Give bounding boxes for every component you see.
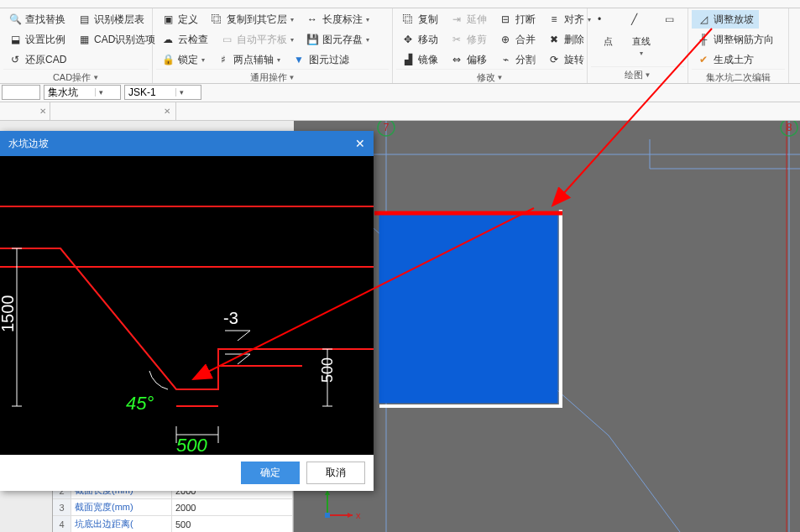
split-button[interactable]: ⌁分割 [494, 50, 541, 69]
copy-icon: ⿻ [210, 13, 223, 26]
svg-text:500: 500 [176, 435, 207, 455]
chevron-down-icon: ▼ [497, 74, 504, 81]
group-label-cad[interactable]: CAD操作▼ [3, 69, 149, 86]
rebar-icon: ╫ [697, 33, 710, 46]
svg-text:500: 500 [319, 357, 336, 383]
mirror-icon: ▟ [401, 53, 415, 66]
restore-cad-button[interactable]: ↺还原CAD [3, 50, 71, 69]
chevron-down-icon: ▾ [640, 50, 643, 57]
ribbon-group-sump: ◿调整放坡 ╫调整钢筋方向 ✔生成土方 集水坑二次编辑 [688, 8, 789, 83]
rotate-icon: ⟳ [547, 53, 561, 66]
tab-strip: ✕ ✕ [0, 102, 800, 121]
filter-icon: ▼ [292, 53, 306, 66]
extend-icon: ⇥ [450, 13, 463, 26]
rect-button[interactable]: ▭ [658, 10, 692, 66]
earthwork-button[interactable]: ✔生成土方 [692, 50, 759, 69]
aux-axis-button[interactable]: ♯两点辅轴▾ [212, 50, 285, 69]
dimension-icon: ↔ [306, 13, 319, 26]
adjust-slope-button[interactable]: ◿调整放坡 [692, 10, 759, 29]
copy-layer-button[interactable]: ⿻复制到其它层▾ [205, 10, 299, 29]
copy-icon: ⿻ [401, 13, 415, 26]
slope-icon: ◿ [697, 13, 710, 26]
row-name: 截面宽度(mm) [71, 499, 172, 515]
offset-icon: ⇔ [450, 53, 463, 66]
save-icon: 💾 [306, 33, 319, 46]
axis-icon: ♯ [217, 53, 230, 66]
trim-icon: ✂ [450, 33, 463, 46]
auto-level-button: ▭自动平齐板▾ [215, 30, 299, 49]
dialog-title-text: 水坑边坡 [8, 137, 49, 151]
group-label-modify[interactable]: 修改▼ [396, 69, 583, 86]
point-icon: • [598, 13, 618, 34]
svg-rect-15 [325, 513, 330, 518]
lock-icon: 🔒 [161, 53, 175, 66]
svg-marker-12 [348, 513, 353, 518]
cad-options-button[interactable]: ▦CAD识别选项 [72, 30, 160, 49]
level-icon: ▭ [220, 33, 233, 46]
combo-3-input[interactable] [125, 86, 175, 98]
table-row[interactable]: 4 坑底出边距离( 500 [53, 516, 293, 532]
ribbon-group-modify: ⿻复制 ⇥延伸 ⊟打断 ≡对齐▾ ✥移动 ✂修剪 ⊕合并 ✖删除 ▟镜像 ⇔偏移… [393, 8, 588, 83]
mirror-button[interactable]: ▟镜像 [396, 50, 443, 69]
ribbon-group-cad: 🔍查找替换 ▤识别楼层表 ⬓设置比例 ▦CAD识别选项 ↺还原CAD CAD操作… [0, 8, 153, 83]
search-icon: 🔍 [8, 13, 22, 26]
tab-close-2[interactable]: ✕ [164, 107, 170, 116]
tab-2[interactable]: ✕ [50, 102, 176, 120]
row-value[interactable]: 500 [172, 516, 293, 532]
lock-button[interactable]: 🔒锁定▾ [156, 50, 210, 69]
set-scale-button[interactable]: ⬓设置比例 [3, 30, 71, 49]
combo-2[interactable]: ▾ [44, 85, 121, 100]
break-button[interactable]: ⊟打断 [494, 10, 541, 29]
chevron-down-icon[interactable]: ▾ [95, 88, 107, 96]
cancel-button[interactable]: 取消 [306, 462, 365, 484]
group-label-draw[interactable]: 绘图▼ [591, 66, 684, 83]
restore-icon: ↺ [8, 53, 22, 66]
dialog-titlebar[interactable]: 水坑边坡 ✕ [0, 131, 374, 156]
define-icon: ▣ [161, 13, 175, 26]
point-button[interactable]: • 点 [591, 10, 625, 66]
rotate-button[interactable]: ⟳旋转 [542, 50, 589, 69]
row-name: 坑底出边距离( [71, 516, 172, 532]
group-label-general[interactable]: 通用操作▼ [156, 69, 389, 86]
slope-dialog: 水坑边坡 ✕ [0, 131, 374, 491]
layer-table-button[interactable]: ▤识别楼层表 [72, 10, 149, 29]
merge-button[interactable]: ⊕合并 [494, 30, 541, 49]
chevron-down-icon[interactable]: ▾ [175, 88, 187, 96]
extend-button: ⇥延伸 [445, 10, 492, 29]
element-save-button[interactable]: 💾图元存盘▾ [301, 30, 374, 49]
svg-text:x: x [356, 510, 361, 520]
table-row[interactable]: 3 截面宽度(mm) 2000 [53, 499, 293, 516]
row-value[interactable]: 2000 [172, 499, 293, 515]
combo-1[interactable]: ▾ [2, 85, 40, 100]
table-icon: ▤ [77, 13, 91, 26]
chevron-down-icon: ▼ [92, 74, 99, 81]
tab-close-1[interactable]: ✕ [36, 107, 50, 116]
line-button[interactable]: ╱ 直线 ▾ [625, 10, 658, 66]
ok-button[interactable]: 确定 [241, 462, 300, 484]
element-filter-button[interactable]: ▼图元过滤 [287, 50, 354, 69]
rect-icon: ▭ [665, 13, 685, 34]
copy-button[interactable]: ⿻复制 [396, 10, 443, 29]
close-icon[interactable]: ✕ [355, 137, 365, 150]
delete-button[interactable]: ✖删除 [542, 30, 589, 49]
adjust-rebar-button[interactable]: ╫调整钢筋方向 [692, 30, 779, 49]
svg-text:45°: 45° [126, 393, 154, 414]
define-button[interactable]: ▣定义 [156, 10, 203, 29]
ribbon-group-draw: • 点 ╱ 直线 ▾ ▭ 绘图▼ [588, 8, 688, 83]
cloud-check-button[interactable]: ☁云检查 [156, 30, 213, 49]
move-button[interactable]: ✥移动 [396, 30, 443, 49]
combo-3[interactable]: ▾ [124, 85, 201, 100]
break-icon: ⊟ [499, 13, 512, 26]
row-index: 4 [53, 516, 71, 532]
line-icon: ╱ [631, 13, 651, 34]
svg-rect-5 [379, 215, 557, 403]
scale-icon: ⬓ [8, 33, 22, 46]
find-replace-button[interactable]: 🔍查找替换 [3, 10, 71, 29]
row-index: 3 [53, 499, 71, 515]
offset-button[interactable]: ⇔偏移 [445, 50, 492, 69]
length-dim-button[interactable]: ↔长度标注▾ [301, 10, 374, 29]
combo-2-input[interactable] [44, 86, 95, 98]
svg-text:8: 8 [787, 122, 792, 133]
ribbon: 🔍查找替换 ▤识别楼层表 ⬓设置比例 ▦CAD识别选项 ↺还原CAD CAD操作… [0, 8, 800, 84]
menubar [0, 0, 800, 8]
